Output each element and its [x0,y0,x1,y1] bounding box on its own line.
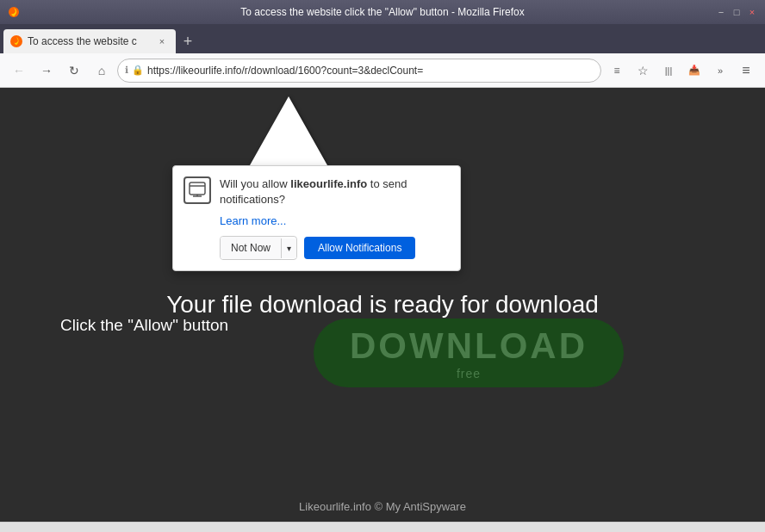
tab-bar: To access the website c × + [0,24,765,53]
tab-title: To access the website c [28,35,150,47]
watermark: Likeourlife.info © My AntiSpyware [299,500,466,513]
free-label: free [457,367,481,380]
page-title-container: Your file download is ready for download [166,291,599,319]
not-now-button[interactable]: Not Now [221,237,281,259]
tab-favicon [10,35,22,47]
svg-rect-3 [190,182,205,195]
nav-actions: ≡ ☆ ||| 📥 » ≡ [605,59,758,83]
download-button[interactable]: DOWNLOAD free [314,319,624,387]
address-bar[interactable]: ℹ 🔒 https://likeourlife.info/r/download/… [117,59,601,83]
home-button[interactable]: ⌂ [90,59,114,83]
site-name: likeourlife.info [290,177,367,190]
instruction-text: Click the "Allow" button [60,316,228,335]
tab-close-button[interactable]: × [155,34,169,48]
restore-button[interactable]: □ [731,6,743,18]
title-bar-title: To access the website click the "Allow" … [240,6,524,18]
notification-popup: Will you allow likeourlife.info to send … [172,165,461,271]
new-tab-button[interactable]: + [176,29,200,53]
title-bar-left [7,5,21,19]
page-title: Your file download is ready for download [166,291,599,318]
title-bar: To access the website click the "Allow" … [0,0,765,24]
lock-icon: 🔒 [132,65,144,76]
close-button[interactable]: × [746,6,758,18]
downloads-button[interactable]: 📥 [682,59,706,83]
minimize-button[interactable]: − [715,6,727,18]
popup-message: Will you allow likeourlife.info to send … [220,176,450,207]
menu-button[interactable]: ≡ [734,59,758,83]
nav-bar: ← → ↻ ⌂ ℹ 🔒 https://likeourlife.info/r/d… [0,53,765,88]
overflow-button[interactable]: » [708,59,732,83]
not-now-group: Not Now ▾ [220,236,297,260]
svg-point-1 [11,36,22,46]
popup-header: Will you allow likeourlife.info to send … [183,176,450,207]
firefox-icon [7,5,21,19]
learn-more-link[interactable]: Learn more... [220,214,450,227]
bookmarks-button[interactable]: ≡ [605,59,629,83]
reload-button[interactable]: ↻ [62,59,86,83]
browser-window: To access the website click the "Allow" … [0,0,765,532]
page-content: Click the "Allow" button Your file downl… [0,88,765,522]
notification-icon [183,176,211,204]
title-bar-controls: − □ × [715,6,758,18]
forward-button[interactable]: → [34,59,59,83]
active-tab[interactable]: To access the website c × [3,29,176,53]
not-now-dropdown-button[interactable]: ▾ [281,238,296,258]
download-label: DOWNLOAD [350,325,588,367]
url-text: https://likeourlife.info/r/download/1600… [147,65,594,77]
popup-buttons: Not Now ▾ Allow Notifications [220,236,450,260]
scrollbar-bottom [0,522,765,532]
back-button[interactable]: ← [7,59,31,83]
info-icon: ℹ [125,65,128,76]
allow-notifications-button[interactable]: Allow Notifications [304,237,415,259]
library-button[interactable]: ||| [656,59,681,83]
bookmark-star-button[interactable]: ☆ [631,59,655,83]
